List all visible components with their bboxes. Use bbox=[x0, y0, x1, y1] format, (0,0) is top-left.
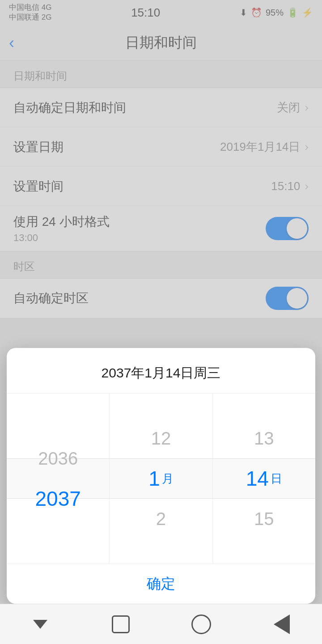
triangle-icon bbox=[274, 614, 290, 634]
picker-container[interactable]: 2036 2037 12 1 月 2 13 bbox=[7, 394, 315, 564]
date-picker-modal: 2037年1月14日周三 2036 2037 12 1 月 2 bbox=[7, 348, 315, 604]
year-item-2037[interactable]: 2037 bbox=[7, 479, 109, 519]
confirm-label: 确定 bbox=[147, 574, 175, 594]
confirm-button[interactable]: 确定 bbox=[7, 564, 315, 604]
picker-column-year[interactable]: 2036 2037 bbox=[7, 394, 110, 564]
circle-icon bbox=[191, 614, 211, 634]
picker-column-month[interactable]: 12 1 月 2 bbox=[110, 394, 212, 564]
day-item-15[interactable]: 15 bbox=[213, 499, 315, 539]
month-item-2[interactable]: 2 bbox=[110, 499, 212, 539]
day-unit: 日 bbox=[271, 471, 282, 487]
picker-title: 2037年1月14日周三 bbox=[7, 348, 315, 394]
chevron-down-icon bbox=[33, 620, 47, 629]
square-icon bbox=[112, 615, 130, 633]
nav-down-button[interactable] bbox=[27, 611, 54, 638]
bottom-nav bbox=[0, 604, 322, 644]
day-item-13[interactable]: 13 bbox=[213, 418, 315, 458]
day-item-14[interactable]: 14 日 bbox=[213, 458, 315, 499]
month-unit: 月 bbox=[162, 471, 174, 487]
nav-circle-button[interactable] bbox=[188, 611, 215, 638]
nav-back-button[interactable] bbox=[268, 611, 295, 638]
nav-square-button[interactable] bbox=[107, 611, 134, 638]
year-item-2036[interactable]: 2036 bbox=[7, 438, 109, 479]
picker-column-day[interactable]: 13 14 日 15 bbox=[213, 394, 315, 564]
month-item-1[interactable]: 1 月 bbox=[110, 458, 212, 499]
month-item-12[interactable]: 12 bbox=[110, 418, 212, 458]
